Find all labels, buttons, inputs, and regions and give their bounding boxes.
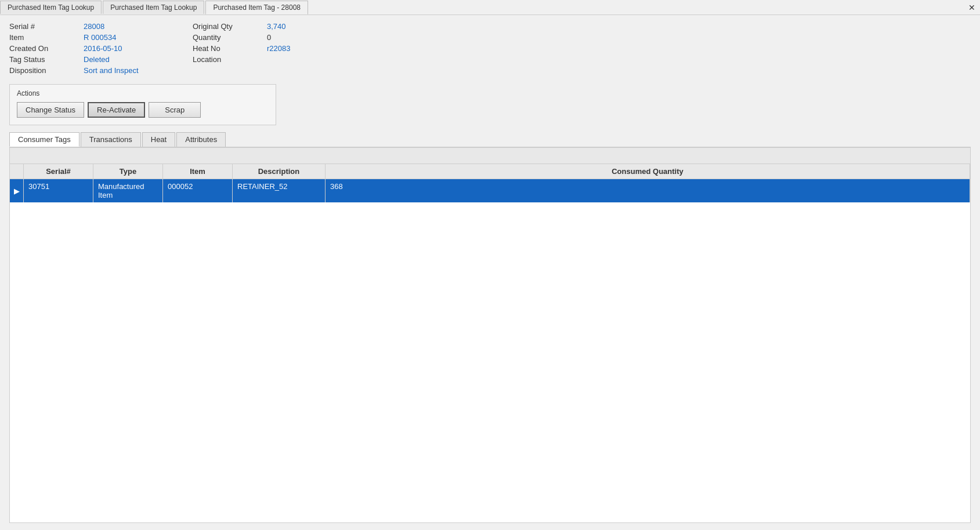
- reactivate-button[interactable]: Re-Activate: [88, 102, 145, 118]
- item-value: R 000534: [84, 33, 188, 42]
- tab-transactions[interactable]: Transactions: [81, 132, 141, 147]
- disposition-label: Disposition: [9, 66, 79, 75]
- row-desc: RETAINER_52: [233, 179, 326, 202]
- row-item: 000052: [163, 179, 233, 202]
- item-label: Item: [9, 33, 79, 42]
- row-consumed: 368: [326, 179, 970, 202]
- close-button[interactable]: ✕: [964, 2, 980, 13]
- actions-buttons: Change Status Re-Activate Scrap: [17, 102, 269, 118]
- tab-bar: Purchased Item Tag Lookup Purchased Item…: [0, 0, 980, 15]
- row-arrow: ▶: [10, 179, 24, 202]
- main-content: Serial # 28008 Original Qty 3,740 Item R…: [0, 15, 980, 530]
- serial-label: Serial #: [9, 22, 79, 31]
- heat-no-value: r22083: [267, 44, 371, 53]
- location-label: Location: [193, 55, 262, 64]
- quantity-value: 0: [267, 33, 371, 42]
- serial-value: 28008: [84, 22, 188, 31]
- table-header: Serial# Type Item Description Consumed Q…: [10, 164, 970, 179]
- created-on-label: Created On: [9, 44, 79, 53]
- table-container: Serial# Type Item Description Consumed Q…: [9, 147, 971, 523]
- created-on-value: 2016-05-10: [84, 44, 188, 53]
- quantity-label: Quantity: [193, 33, 262, 42]
- main-window: Purchased Item Tag Lookup Purchased Item…: [0, 0, 980, 530]
- actions-section: Actions Change Status Re-Activate Scrap: [9, 84, 276, 125]
- tag-status-value: Deleted: [84, 55, 188, 64]
- heat-no-label: Heat No: [193, 44, 262, 53]
- tab-consumer-tags[interactable]: Consumer Tags: [9, 132, 79, 147]
- info-grid: Serial # 28008 Original Qty 3,740 Item R…: [9, 22, 971, 75]
- table-toolbar: [10, 148, 970, 164]
- row-type: Manufactured Item: [93, 179, 163, 202]
- location-value: [267, 55, 371, 64]
- row-serial: 30751: [24, 179, 93, 202]
- tab-attributes[interactable]: Attributes: [176, 132, 226, 147]
- original-qty-label: Original Qty: [193, 22, 262, 31]
- tab-purchased-item-tag-28008[interactable]: Purchased Item Tag - 28008: [205, 1, 308, 14]
- change-status-button[interactable]: Change Status: [17, 102, 84, 118]
- tag-status-label: Tag Status: [9, 55, 79, 64]
- col-header-type: Type: [93, 164, 163, 179]
- scrap-button[interactable]: Scrap: [149, 102, 201, 118]
- tab-purchased-item-lookup-2[interactable]: Purchased Item Tag Lookup: [103, 1, 204, 14]
- col-header-arrow: [10, 164, 24, 179]
- table-row[interactable]: ▶ 30751 Manufactured Item 000052 RETAINE…: [10, 179, 970, 202]
- sub-tab-bar: Consumer Tags Transactions Heat Attribut…: [9, 132, 971, 147]
- actions-title: Actions: [17, 89, 269, 97]
- tab-purchased-item-lookup-1[interactable]: Purchased Item Tag Lookup: [0, 1, 102, 14]
- col-header-consumed: Consumed Quantity: [326, 164, 970, 179]
- col-header-item: Item: [163, 164, 233, 179]
- disposition-value: Sort and Inspect: [84, 66, 188, 75]
- col-header-serial: Serial#: [24, 164, 93, 179]
- col-header-desc: Description: [233, 164, 326, 179]
- original-qty-value: 3,740: [267, 22, 371, 31]
- tab-heat[interactable]: Heat: [142, 132, 175, 147]
